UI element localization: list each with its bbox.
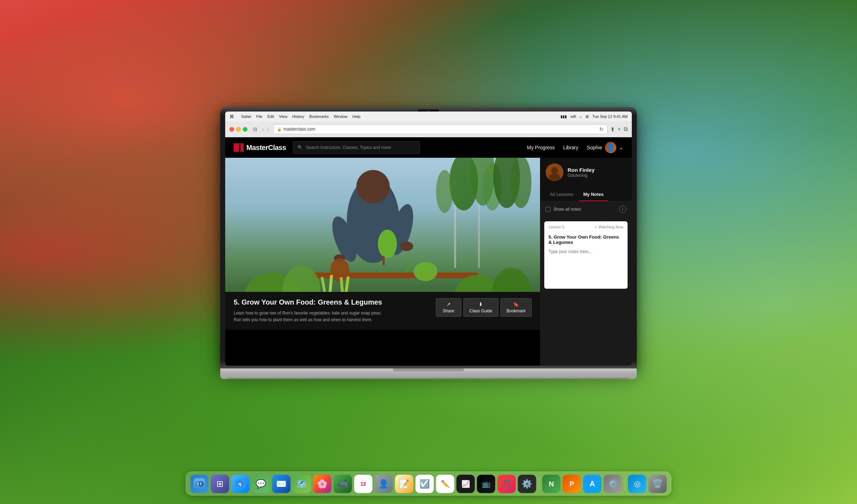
show-all-notes-checkbox[interactable] (546, 207, 551, 212)
dock-launchpad[interactable]: ⊞ (211, 475, 229, 493)
svg-rect-0 (234, 143, 237, 152)
url-text: masterclass.com (283, 127, 315, 132)
dock-pages[interactable]: P (563, 475, 581, 493)
close-button[interactable] (229, 127, 234, 132)
tab-all-lessons[interactable]: All Lessons (546, 187, 577, 201)
dock-maps[interactable]: 🗺️ (293, 475, 311, 493)
dock-appstore[interactable]: A (583, 475, 601, 493)
dock-calendar[interactable]: 12 (354, 475, 372, 493)
dock-appletv[interactable]: 📺 (477, 475, 495, 493)
address-bar[interactable]: 🔒 masterclass.com ↻ (273, 124, 607, 134)
mail-icon: ✉️ (276, 479, 287, 489)
calendar-icon: 12 (360, 481, 366, 486)
video-content: 5. Grow Your Own Food: Greens & Legumes … (225, 292, 540, 330)
notes-header: Show all notes i (540, 202, 632, 217)
reload-button[interactable]: ↻ (599, 126, 604, 132)
dock-finder[interactable] (190, 475, 209, 493)
svg-point-12 (436, 170, 453, 213)
mc-video-area: 5. Grow Your Own Food: Greens & Legumes … (225, 158, 540, 366)
menubar-time: Tue Sep 12 9:41 AM (592, 114, 628, 119)
instructor-name: Ron Finley (568, 167, 626, 173)
safari-icon (235, 478, 246, 490)
apple-logo-icon[interactable]: ⌘ (229, 114, 234, 119)
dock-numbers[interactable]: N (542, 475, 561, 493)
dock-safari[interactable] (231, 475, 250, 493)
laptop-screen: ⌘ Safari File Edit View History Bookmark… (220, 107, 637, 368)
menu-history[interactable]: History (292, 114, 304, 119)
dock-system-prefs[interactable]: ⚙️ (604, 475, 622, 493)
browser-actions: ⬆ + ⧉ (610, 126, 628, 133)
menu-safari[interactable]: Safari (241, 114, 251, 119)
note-textarea[interactable] (544, 246, 628, 287)
menu-window[interactable]: Window (334, 114, 347, 119)
dock-messages[interactable]: 💬 (252, 475, 270, 493)
contacts-icon: 👤 (378, 479, 389, 489)
menu-bookmarks[interactable]: Bookmarks (309, 114, 329, 119)
tab-my-notes[interactable]: My Notes (579, 187, 608, 201)
dock-photos[interactable]: 🌸 (313, 475, 331, 493)
my-progress-link[interactable]: My Progress (527, 145, 555, 150)
dock-notes[interactable]: 📝 (395, 475, 413, 493)
svg-rect-2 (240, 143, 244, 152)
share-action-btn[interactable]: ↗ Share (436, 298, 461, 317)
dock-tweaks[interactable]: ⚙️ (518, 475, 536, 493)
svg-point-48 (240, 483, 241, 485)
dock-mail[interactable]: ✉️ (272, 475, 290, 493)
mc-logo[interactable]: MasterClass (234, 143, 286, 152)
video-container[interactable] (225, 158, 540, 292)
messages-icon: 💬 (256, 479, 266, 489)
wifi-icon: wifi (570, 114, 576, 119)
screen: ⌘ Safari File Edit View History Bookmark… (225, 112, 632, 366)
video-text: 5. Grow Your Own Food: Greens & Legumes … (234, 298, 429, 323)
mc-avatar: 👤 (605, 142, 616, 153)
minimize-button[interactable] (236, 127, 241, 132)
sidebar-toggle-icon[interactable]: ⊟ (252, 126, 259, 133)
menu-file[interactable]: File (256, 114, 263, 119)
masterclass-site: MasterClass 🔍 Search Instructors, Classe… (225, 137, 632, 366)
share-button[interactable]: ⬆ (610, 126, 615, 133)
dock-focus[interactable]: ◎ (628, 475, 646, 493)
forward-button[interactable]: › (266, 126, 271, 133)
menu-view[interactable]: View (279, 114, 287, 119)
library-link[interactable]: Library (563, 145, 579, 150)
instructor-info: Ron Finley Gardening (568, 167, 626, 178)
tabs-button[interactable]: ⧉ (624, 126, 628, 132)
watching-now-text: Watching Now (598, 225, 623, 229)
dock-reminders[interactable]: ☑️ (415, 475, 434, 493)
dock-stocks[interactable]: 📈 (456, 475, 475, 493)
dock-freeform[interactable]: ✏️ (436, 475, 454, 493)
mc-search-bar[interactable]: 🔍 Search Instructors, Classes, Topics an… (293, 141, 420, 154)
back-button[interactable]: ‹ (261, 126, 265, 133)
note-card: Lesson 5 • Watching Now 5. Grow Your Own… (544, 221, 628, 289)
nav-arrows: ‹ › (261, 126, 270, 133)
dock-music[interactable]: 🎵 (497, 475, 516, 493)
svg-point-23 (414, 262, 438, 281)
menu-edit[interactable]: Edit (267, 114, 274, 119)
menu-help[interactable]: Help (353, 114, 361, 119)
dock-separator-2 (625, 477, 625, 491)
dock-contacts[interactable]: 👤 (374, 475, 393, 493)
class-guide-label: Class Guide (469, 308, 492, 313)
spotlight-icon[interactable]: ⌕ (580, 114, 582, 119)
show-all-notes-text: Show all notes (553, 207, 581, 212)
mc-user-menu[interactable]: Sophie 👤 ⌄ (587, 142, 623, 153)
search-icon: 🔍 (298, 145, 303, 150)
mc-username: Sophie (587, 145, 602, 150)
chevron-down-icon: ⌄ (619, 145, 623, 150)
facetime-icon: 📹 (337, 479, 348, 489)
mc-right-panel: Ron Finley Gardening All Lessons My Note… (540, 158, 632, 366)
notes-app-icon: 📝 (399, 479, 409, 489)
pages-icon: P (569, 480, 574, 488)
class-guide-btn[interactable]: ⬇ Class Guide (463, 298, 498, 317)
browser-chrome: ⊟ ‹ › 🔒 masterclass.com ↻ ⬆ + ⧉ (225, 121, 632, 137)
dock-facetime[interactable]: 📹 (334, 475, 352, 493)
control-center-icon[interactable]: ⊞ (586, 114, 589, 119)
tweaks-icon: ⚙️ (522, 479, 532, 489)
notes-info-button[interactable]: i (619, 206, 626, 213)
bookmark-btn[interactable]: 🔖 Bookmark (501, 298, 532, 317)
new-tab-button[interactable]: + (618, 126, 621, 132)
dock-trash[interactable]: 🗑️ (648, 475, 667, 493)
show-all-notes-label[interactable]: Show all notes (546, 207, 581, 212)
maximize-button[interactable] (243, 127, 247, 132)
svg-point-19 (378, 230, 397, 258)
